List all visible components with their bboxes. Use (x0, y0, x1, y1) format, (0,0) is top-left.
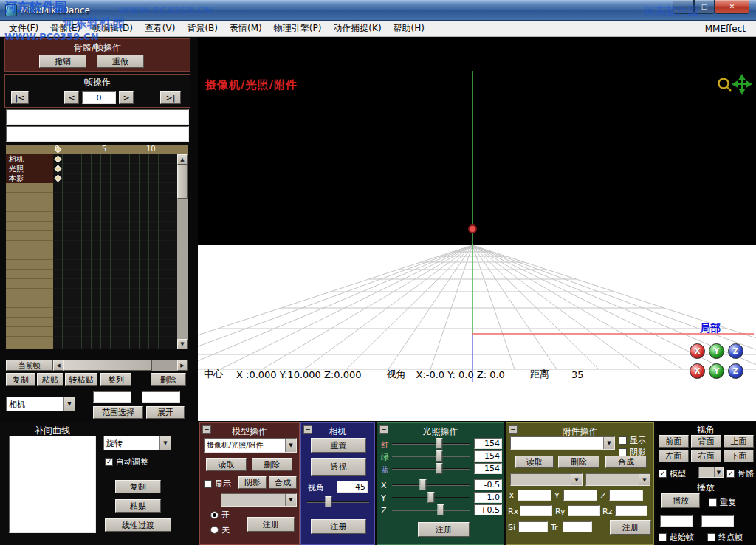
acc-rz-input[interactable] (615, 505, 647, 516)
viewport-3d[interactable]: 摄像机/光照/附件 局部 X Y Z X Y Z 中心 X :0.000 Y:1… (198, 37, 756, 421)
menu-bone[interactable]: 骨骼(E) (44, 20, 86, 37)
local-z-axis-button[interactable]: Z (728, 343, 743, 359)
timeline-row-light[interactable]: 光照 (6, 164, 53, 174)
paste-special-button[interactable]: 转粘贴 (65, 373, 97, 386)
model-on-radio[interactable]: 开 (210, 510, 230, 521)
slider-thumb[interactable] (436, 463, 442, 474)
acc-y-input[interactable] (563, 490, 597, 501)
scroll-up-icon[interactable]: ▲ (177, 154, 188, 165)
last-frame-button[interactable]: >| (160, 91, 181, 104)
view-left-button[interactable]: 左面 (659, 450, 689, 462)
dropdown-arrow-icon[interactable]: ▼ (63, 397, 75, 411)
first-frame-button[interactable]: |< (11, 91, 29, 104)
camera-reset-button[interactable]: 重置 (311, 438, 366, 453)
curve-copy-button[interactable]: 复制 (115, 480, 161, 493)
accessory-register-button[interactable]: 注册 (610, 520, 651, 535)
slider-thumb[interactable] (437, 504, 444, 515)
dropdown-arrow-icon[interactable]: ▼ (603, 437, 614, 449)
accessory-compose-button[interactable]: 合成 (605, 456, 647, 468)
acc-z-input[interactable] (609, 490, 643, 501)
model-shadow-button[interactable]: 阴影 (238, 476, 267, 489)
menu-view[interactable]: 查看(V) (139, 20, 182, 37)
target-select-dropdown[interactable]: 相机 ▼ (6, 397, 75, 411)
range-from-input[interactable] (93, 391, 131, 403)
accessory-model-dropdown[interactable]: ▼ (510, 473, 583, 486)
light-green-slider[interactable] (392, 450, 470, 462)
accessory-select-dropdown[interactable]: ▼ (510, 436, 615, 450)
linear-transition-button[interactable]: 线性过渡 (105, 518, 171, 532)
slider-thumb[interactable] (420, 479, 427, 490)
light-z-slider[interactable] (392, 504, 470, 515)
light-blue-value[interactable] (474, 463, 502, 474)
model-delete-button[interactable]: 删除 (252, 458, 292, 471)
scroll-left-icon[interactable]: ◀ (53, 360, 63, 371)
view-front-button[interactable]: 前面 (659, 435, 689, 448)
perspective-button[interactable]: 透视 (311, 458, 366, 476)
view-top-button[interactable]: 上面 (724, 435, 754, 448)
menu-mmeffect[interactable]: MMEffect (699, 21, 753, 36)
timeline-row-camera[interactable]: 相机 (6, 154, 53, 164)
light-y-slider[interactable] (392, 492, 470, 503)
dropdown-arrow-icon[interactable]: ▼ (285, 494, 296, 506)
play-to-input[interactable] (701, 515, 734, 527)
accessory-delete-button[interactable]: 删除 (558, 456, 599, 468)
range-to-input[interactable] (142, 391, 180, 403)
frame-number-input[interactable] (82, 91, 116, 104)
light-y-value[interactable] (474, 492, 502, 503)
dropdown-arrow-icon[interactable]: ▼ (639, 474, 650, 485)
model-display-checkbox[interactable]: 显示 (204, 479, 231, 490)
camera-target-dot[interactable] (469, 225, 476, 233)
fov-input[interactable] (337, 481, 368, 493)
acc-tr-input[interactable] (563, 521, 592, 532)
expand-button[interactable]: 展开 (146, 406, 185, 419)
model-register-button[interactable]: 注册 (247, 517, 295, 532)
timeline-ruler[interactable]: 0 5 10 (6, 145, 188, 154)
light-red-slider[interactable] (392, 438, 470, 449)
play-from-input[interactable] (660, 515, 693, 527)
menu-physics[interactable]: 物理引擎(P) (268, 20, 328, 37)
accessory-load-button[interactable]: 读取 (515, 456, 554, 468)
play-button[interactable]: 播放 (662, 493, 700, 508)
slider-thumb[interactable] (428, 492, 435, 503)
timeline-row-shadow[interactable]: 本影 (6, 174, 53, 183)
curve-paste-button[interactable]: 粘贴 (115, 499, 161, 513)
menu-help[interactable]: 帮助(H) (388, 20, 430, 37)
local-x-axis-button[interactable]: X (690, 343, 705, 359)
prev-frame-button[interactable]: < (64, 91, 79, 104)
model-select-dropdown[interactable]: 摄像机/光照/附件 ▼ (204, 438, 297, 453)
menu-motion-capture[interactable]: 动作捕捉(K) (327, 20, 387, 37)
local-y-axis-button[interactable]: Y (709, 343, 724, 359)
light-z-value[interactable] (474, 504, 502, 515)
range-select-button[interactable]: 范围选择 (93, 406, 143, 419)
minimize-button[interactable]: — (673, 0, 694, 14)
view-model-checkbox[interactable]: ✓ 模型 (659, 468, 686, 479)
acc-rx-input[interactable] (520, 505, 552, 516)
acc-si-input[interactable] (518, 521, 548, 532)
dropdown-arrow-icon[interactable]: ▼ (714, 467, 723, 477)
undo-button[interactable]: 撤销 (39, 55, 86, 68)
light-blue-slider[interactable] (392, 463, 470, 474)
accessory-bone-dropdown[interactable]: ▼ (585, 473, 650, 486)
next-frame-button[interactable]: > (119, 91, 134, 104)
slider-thumb[interactable] (436, 438, 442, 449)
light-x-slider[interactable] (392, 479, 470, 490)
view-bottom-button[interactable]: 下面 (724, 450, 754, 462)
slider-thumb[interactable] (326, 496, 332, 507)
selection-list-box[interactable] (6, 126, 189, 142)
end-frame-checkbox[interactable]: 终点帧 (707, 532, 743, 543)
menu-facial[interactable]: 表情(M) (224, 20, 268, 37)
view-back-button[interactable]: 背面 (691, 435, 721, 448)
copy-button[interactable]: 复制 (6, 373, 35, 386)
align-button[interactable]: 整列 (100, 373, 131, 386)
accessory-display-checkbox[interactable]: 显示 (619, 435, 646, 446)
dropdown-arrow-icon[interactable]: ▼ (159, 436, 171, 450)
scroll-right-icon[interactable]: ▶ (177, 360, 188, 371)
light-green-value[interactable] (474, 450, 502, 462)
light-x-value[interactable] (474, 479, 502, 490)
bone-list-box[interactable] (6, 109, 189, 125)
start-frame-checkbox[interactable]: 起始帧 (659, 532, 694, 543)
model-sub-dropdown[interactable]: ▼ (221, 493, 297, 507)
current-frame-button[interactable]: 当前帧 (6, 360, 53, 371)
view-model-dropdown[interactable]: ▼ (698, 467, 724, 478)
menu-background[interactable]: 背景(B) (181, 20, 224, 37)
